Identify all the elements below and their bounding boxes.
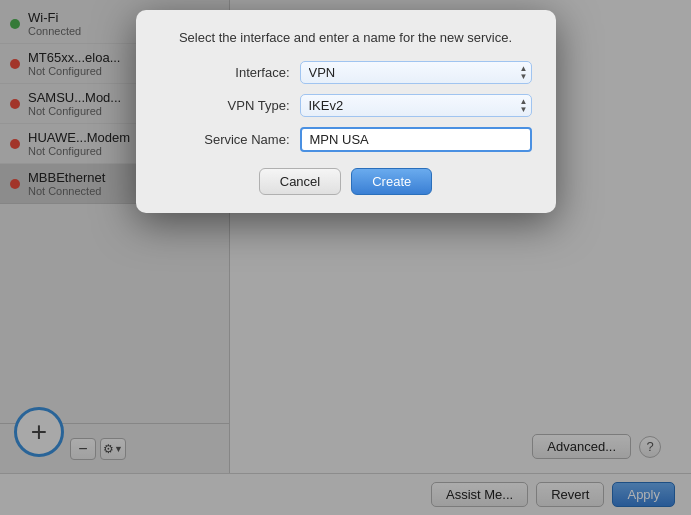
modal-vpntype-row: VPN Type: IKEv2 ▲ ▼ xyxy=(160,94,532,117)
modal-interface-label: Interface: xyxy=(160,65,290,80)
main-window: Wi-Fi Connected MT65xx...eloa... Not Con… xyxy=(0,0,691,515)
modal-vpntype-select[interactable]: IKEv2 xyxy=(300,94,532,117)
modal-overlay: Select the interface and enter a name fo… xyxy=(0,0,691,515)
modal-vpntype-select-wrapper: IKEv2 ▲ ▼ xyxy=(300,94,532,117)
modal-servicename-row: Service Name: xyxy=(160,127,532,152)
modal-dialog: Select the interface and enter a name fo… xyxy=(136,10,556,213)
modal-title: Select the interface and enter a name fo… xyxy=(160,30,532,45)
modal-servicename-label: Service Name: xyxy=(160,132,290,147)
modal-cancel-button[interactable]: Cancel xyxy=(259,168,341,195)
modal-interface-select-wrapper: VPN ▲ ▼ xyxy=(300,61,532,84)
modal-servicename-input[interactable] xyxy=(300,127,532,152)
modal-create-button[interactable]: Create xyxy=(351,168,432,195)
modal-vpntype-label: VPN Type: xyxy=(160,98,290,113)
modal-buttons: Cancel Create xyxy=(160,168,532,195)
modal-interface-select[interactable]: VPN xyxy=(300,61,532,84)
modal-interface-row: Interface: VPN ▲ ▼ xyxy=(160,61,532,84)
